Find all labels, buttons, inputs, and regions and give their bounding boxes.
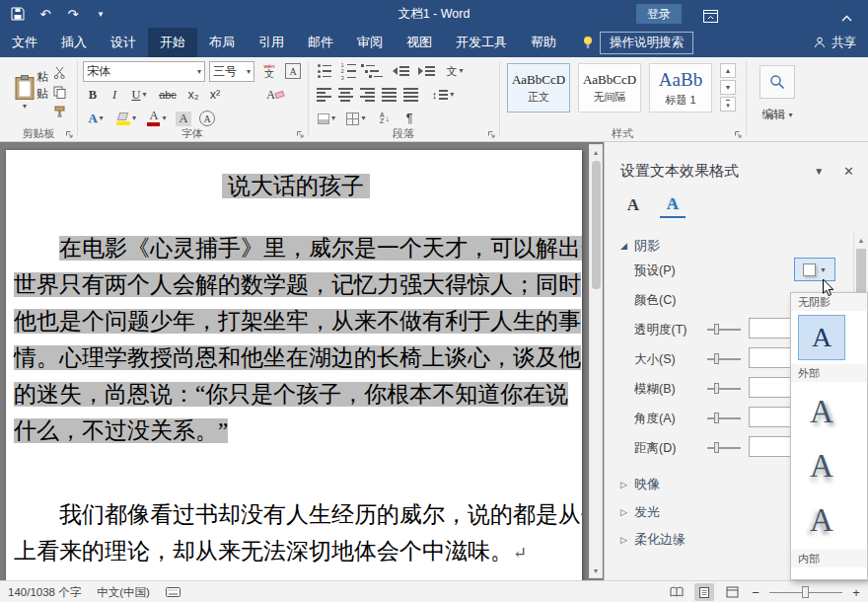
asian-layout-button[interactable]: 文 ▾: [442, 61, 468, 81]
text-fill-outline-tab[interactable]: A: [620, 192, 646, 218]
copy-button[interactable]: [49, 83, 69, 101]
line-spacing-button[interactable]: ↕ ▾: [428, 85, 458, 105]
word-count-status[interactable]: 140/1038 个字: [8, 585, 81, 600]
web-layout-button[interactable]: [722, 583, 742, 601]
blur-slider[interactable]: [707, 387, 741, 391]
paste-button[interactable]: 粘贴 ▾: [6, 61, 43, 124]
share-button[interactable]: 共享: [814, 28, 856, 57]
show-marks-button[interactable]: ¶: [400, 109, 418, 128]
transparency-input[interactable]: [749, 318, 792, 339]
language-status[interactable]: 中文(中国): [97, 585, 150, 600]
align-left-button[interactable]: [314, 85, 333, 105]
multilevel-list-button[interactable]: [361, 61, 383, 81]
font-name-select[interactable]: 宋体 ▾: [83, 61, 205, 82]
styles-scroll-up[interactable]: ▲: [720, 63, 736, 78]
size-input[interactable]: [749, 347, 792, 368]
tab-layout[interactable]: 布局: [197, 28, 247, 57]
distribute-button[interactable]: [400, 85, 420, 105]
find-button[interactable]: [760, 65, 795, 99]
close-icon[interactable]: ✕: [843, 164, 854, 179]
text-highlight-button[interactable]: ▾: [112, 109, 140, 128]
angle-input[interactable]: [749, 407, 792, 427]
enclose-characters-button[interactable]: A: [197, 109, 217, 128]
editing-menu-button[interactable]: 编辑 ▾: [746, 107, 809, 123]
bold-button[interactable]: B: [83, 85, 103, 105]
tab-design[interactable]: 设计: [99, 28, 148, 57]
superscript-button[interactable]: x²: [205, 85, 225, 105]
outer-shadow-option[interactable]: A: [798, 387, 845, 436]
character-border-button[interactable]: A: [283, 61, 303, 81]
tab-help[interactable]: 帮助: [519, 28, 568, 57]
chevron-up-icon[interactable]: [838, 9, 854, 27]
tab-mailings[interactable]: 邮件: [296, 28, 345, 57]
tab-file[interactable]: 文件: [0, 28, 49, 57]
scroll-up-icon[interactable]: ▲: [590, 145, 602, 159]
scroll-up-icon[interactable]: ▲: [854, 233, 868, 247]
bullet-list-button[interactable]: [314, 61, 335, 81]
numbered-list-button[interactable]: [337, 61, 359, 81]
outer-shadow-option[interactable]: A: [798, 441, 845, 490]
keyboard-icon[interactable]: [166, 587, 181, 597]
underline-button[interactable]: U ▾: [126, 85, 152, 105]
tab-home[interactable]: 开始: [148, 28, 197, 57]
zoom-slider-thumb[interactable]: [802, 586, 809, 598]
outer-shadow-option[interactable]: A: [798, 495, 845, 545]
styles-dialog-launcher[interactable]: [733, 129, 743, 139]
borders-button[interactable]: ▾: [343, 109, 369, 128]
no-shadow-option[interactable]: A: [798, 315, 845, 360]
zoom-out-button[interactable]: −: [750, 585, 761, 600]
align-center-button[interactable]: [335, 85, 355, 105]
increase-indent-button[interactable]: [414, 61, 438, 81]
angle-slider[interactable]: [707, 416, 741, 420]
tab-developer[interactable]: 开发工具: [444, 28, 519, 57]
font-dialog-launcher[interactable]: [295, 129, 305, 139]
tab-review[interactable]: 审阅: [345, 28, 395, 57]
style-no-spacing[interactable]: AaBbCcD 无间隔: [578, 63, 641, 113]
sort-button[interactable]: AZ ↓: [373, 109, 397, 128]
document-page[interactable]: 说大话的孩子 在电影《心灵捕手》里，威尔是一个天才，可以解出全 世界只有两个人会…: [6, 150, 582, 580]
tell-me-search[interactable]: 操作说明搜索: [582, 28, 693, 57]
align-right-button[interactable]: [357, 85, 377, 105]
justify-button[interactable]: [379, 85, 398, 105]
zoom-in-button[interactable]: +: [850, 585, 862, 600]
clear-formatting-button[interactable]: A: [260, 85, 290, 105]
transparency-slider[interactable]: [707, 328, 741, 332]
paragraph-dialog-launcher[interactable]: [486, 129, 496, 139]
text-effects-button[interactable]: A ▾: [83, 109, 108, 128]
format-painter-button[interactable]: [49, 103, 69, 120]
pane-options-icon[interactable]: ▼: [814, 166, 824, 177]
phonetic-guide-button[interactable]: wén 文: [258, 61, 280, 81]
font-size-select[interactable]: 三号 ▾: [209, 61, 254, 82]
save-icon[interactable]: [10, 5, 26, 23]
undo-icon[interactable]: ↶: [37, 5, 53, 23]
customize-quick-access-icon[interactable]: ▾: [93, 5, 108, 23]
scroll-down-icon[interactable]: ▼: [590, 564, 602, 577]
styles-gallery-more[interactable]: ▾: [720, 97, 736, 112]
shadow-section-header[interactable]: ◢ 阴影: [605, 236, 868, 256]
subscript-button[interactable]: x₂: [183, 85, 203, 105]
decrease-indent-button[interactable]: [389, 61, 412, 81]
sign-in-button[interactable]: 登录: [636, 4, 682, 24]
ribbon-display-options-icon[interactable]: [702, 7, 718, 25]
cut-button[interactable]: [49, 63, 69, 81]
font-color-button[interactable]: A ▾: [144, 109, 170, 128]
style-normal[interactable]: AaBbCcD 正文: [507, 63, 570, 113]
document-scrollbar[interactable]: ▲ ▼: [589, 144, 603, 578]
italic-button[interactable]: I: [105, 85, 124, 105]
strikethrough-button[interactable]: abc: [156, 85, 180, 105]
redo-icon[interactable]: ↷: [65, 5, 81, 23]
size-slider[interactable]: [707, 357, 741, 361]
blur-input[interactable]: [749, 377, 792, 398]
character-shading-button[interactable]: A: [174, 109, 193, 128]
scrollbar-thumb[interactable]: [592, 161, 601, 289]
shading-button[interactable]: ▾: [314, 109, 339, 128]
zoom-slider[interactable]: [769, 585, 842, 599]
style-heading-1[interactable]: AaBb 标题 1: [649, 63, 712, 113]
clipboard-dialog-launcher[interactable]: [64, 129, 74, 139]
tab-view[interactable]: 视图: [395, 28, 444, 57]
shadow-preset-dropdown[interactable]: ▼: [794, 258, 835, 281]
distance-slider[interactable]: [707, 446, 741, 450]
tab-references[interactable]: 引用: [247, 28, 296, 57]
print-layout-button[interactable]: [694, 583, 714, 601]
read-mode-button[interactable]: [667, 583, 687, 601]
